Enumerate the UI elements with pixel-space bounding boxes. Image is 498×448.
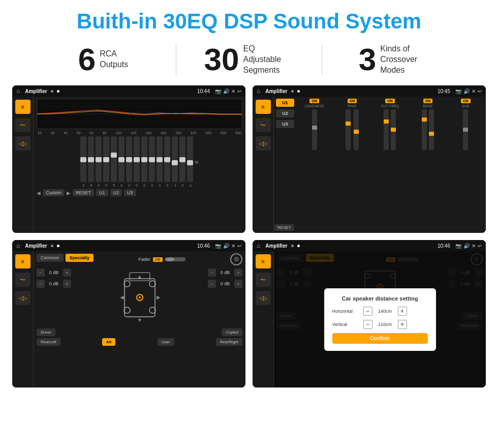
dialog-vertical-row: Vertical − 110cm +	[332, 320, 428, 329]
vol-val-2: 0 dB	[47, 281, 61, 286]
dialog-vertical-minus[interactable]: −	[363, 320, 372, 329]
eq-slider-13[interactable]	[172, 136, 178, 182]
eq-slider-15[interactable]	[187, 136, 193, 182]
camera-icon-2: 📷	[455, 88, 461, 94]
eq-col-4: 0	[103, 136, 109, 187]
eq-reset-btn[interactable]: RESET	[73, 189, 94, 196]
eq-next-icon[interactable]: ▶	[67, 190, 71, 196]
vol-minus-r1[interactable]: −	[208, 268, 216, 277]
eq-u2-btn[interactable]: U2	[110, 189, 122, 196]
bass-slider-2[interactable]	[429, 109, 434, 150]
amp2-sidebar-btn-1[interactable]: ≡	[256, 100, 271, 114]
back-icon-3: ↩	[237, 243, 241, 249]
eq-slider-9[interactable]	[141, 136, 147, 182]
eq-sidebar-btn-2[interactable]: 〜	[15, 118, 30, 132]
tab-specialty[interactable]: Specialty	[66, 254, 94, 262]
ctrl-bass-on[interactable]: ON	[423, 99, 433, 103]
amp2-reset-btn[interactable]: RESET	[274, 224, 294, 231]
crossover-tabs: Common Specialty	[37, 254, 94, 262]
amp2-preset-u3[interactable]: U3	[276, 120, 294, 128]
eq-slider-10[interactable]	[149, 136, 155, 182]
phat-slider-2[interactable]	[354, 109, 359, 150]
eq-u3-btn[interactable]: U3	[124, 189, 136, 196]
ctrl-loudness-on[interactable]: ON	[309, 99, 319, 103]
fader-on-btn[interactable]: ON	[153, 257, 163, 262]
eq-slider-12[interactable]	[164, 136, 170, 182]
eq-bottom-bar: ◀ Custom ▶ RESET U1 U2 U3	[37, 189, 242, 196]
phat-sliders	[346, 109, 359, 150]
close-icon-4: ✕	[472, 243, 476, 249]
vol-minus-1[interactable]: −	[37, 268, 45, 277]
eq-sidebar-btn-3[interactable]: ◁▷	[15, 136, 30, 151]
btn-rearleft[interactable]: RearLeft	[37, 338, 60, 346]
vol-plus-2[interactable]: +	[63, 280, 71, 288]
cross4-sidebar-btn-2[interactable]: 〜	[256, 273, 271, 287]
status-bar-2: ⌂ Amplifier 10:45 📷 🔊 ✕ ↩	[253, 85, 486, 97]
vol-minus-r2[interactable]: −	[208, 280, 216, 288]
eq-col-12: 0	[164, 136, 170, 187]
eq-slider-14[interactable]	[179, 136, 185, 182]
amp2-preset-u1[interactable]: U1	[276, 99, 294, 107]
time-2: 10:45	[438, 88, 450, 94]
svg-point-7	[139, 296, 141, 298]
eq-slider-2[interactable]	[88, 136, 94, 182]
cutfreq-slider-2[interactable]	[391, 109, 396, 150]
btn-user[interactable]: User	[158, 338, 174, 346]
eq-slider-8[interactable]	[134, 136, 140, 182]
dialog-horizontal-minus[interactable]: −	[363, 307, 372, 316]
cross4-sidebar-btn-3[interactable]: ◁▷	[256, 291, 271, 305]
vol-plus-r1[interactable]: +	[234, 268, 242, 277]
amp2-sidebar-btn-3[interactable]: ◁▷	[256, 136, 271, 151]
screen-crossover-dialog: ⌂ Amplifier 10:46 📷 🔊 ✕ ↩ ≡ 〜 ◁▷	[253, 240, 486, 387]
eq-slider-11[interactable]	[157, 136, 163, 182]
freq-250: 250	[175, 131, 181, 135]
cross-sidebar-btn-3[interactable]: ◁▷	[15, 291, 30, 305]
cross4-sidebar-btn-1[interactable]: ≡	[256, 254, 271, 268]
amp2-sidebar-btn-2[interactable]: 〜	[256, 118, 271, 132]
eq-col-14: 0	[179, 136, 185, 187]
cross-sidebar-btn-2[interactable]: 〜	[15, 273, 30, 287]
btn-driver[interactable]: Driver	[37, 328, 55, 336]
fader-slider[interactable]	[165, 257, 185, 261]
confirm-button[interactable]: Confirm	[332, 333, 428, 344]
btn-copilot[interactable]: Copilot	[222, 328, 242, 336]
bass-slider-1[interactable]	[422, 109, 427, 150]
eq-prev-icon[interactable]: ◀	[37, 190, 41, 196]
vol-val-r2: 0 dB	[218, 281, 232, 286]
freq-200: 200	[161, 131, 167, 135]
tab-common[interactable]: Common	[37, 254, 64, 262]
cross-sidebar-btn-1[interactable]: ≡	[15, 254, 30, 268]
dot-3a	[51, 245, 53, 247]
ctrl-cutfreq-on[interactable]: ON	[385, 99, 395, 103]
status-icons-2: 📷 🔊 ✕ ↩	[455, 88, 482, 94]
eq-sidebar-btn-1[interactable]: ≡	[15, 100, 30, 114]
eq-u1-btn[interactable]: U1	[96, 189, 108, 196]
ctrl-phat-on[interactable]: ON	[348, 99, 357, 103]
amp2-controls-grid: ON LOUDNESS ON PHAT	[296, 99, 484, 231]
amp2-preset-u2[interactable]: U2	[276, 109, 294, 117]
eq-slider-4[interactable]	[103, 136, 109, 182]
dialog-horizontal-label: Horizontal	[332, 309, 360, 314]
btn-all[interactable]: All	[102, 338, 115, 346]
settings-icon[interactable]: ⚙	[230, 253, 242, 265]
phat-slider-1[interactable]	[346, 109, 351, 150]
dialog-vertical-plus[interactable]: +	[398, 320, 407, 329]
cutfreq-slider-1[interactable]	[384, 109, 389, 150]
vol-plus-r2[interactable]: +	[234, 280, 242, 288]
ctrl-sub-on[interactable]: ON	[461, 99, 471, 103]
app-title-1: Amplifier	[25, 88, 47, 94]
eq-slider-7[interactable]	[126, 136, 132, 182]
eq-slider-1[interactable]	[80, 136, 86, 182]
amp2-sidebar: ≡ 〜 ◁▷	[253, 97, 274, 233]
ctrl-loudness-slider[interactable]	[312, 109, 317, 150]
vol-plus-1[interactable]: +	[63, 268, 71, 277]
dialog-horizontal-plus[interactable]: +	[398, 307, 407, 316]
eq-slider-5[interactable]	[111, 136, 117, 182]
back-icon-4: ↩	[478, 243, 482, 249]
vol-minus-2[interactable]: −	[37, 280, 45, 288]
speaker-distance-dialog: Car speaker distance setting Horizontal …	[324, 288, 436, 351]
btn-rearright[interactable]: RearRight	[216, 338, 242, 346]
ctrl-sub-slider[interactable]	[463, 109, 468, 150]
eq-slider-6[interactable]	[118, 136, 124, 182]
eq-slider-3[interactable]	[96, 136, 102, 182]
